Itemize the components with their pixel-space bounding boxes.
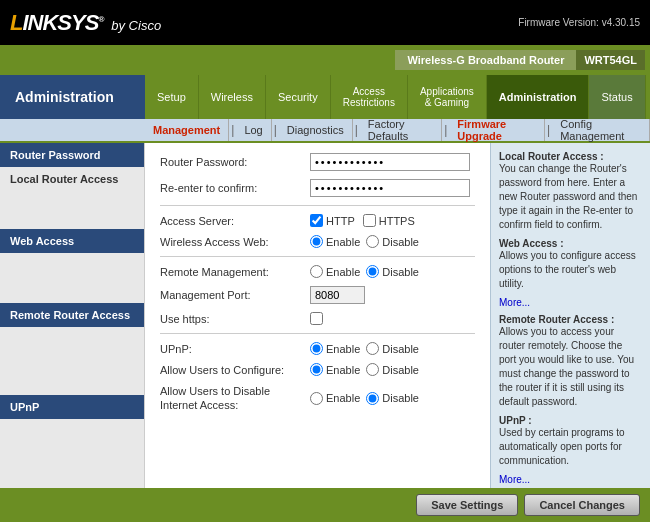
upnp-help-text: Used by certain programs to automaticall… — [499, 426, 642, 468]
nav-tab-security[interactable]: Security — [266, 75, 331, 119]
remote-enable-label[interactable]: Enable — [310, 265, 360, 278]
sidebar-section-upnp: UPnP — [0, 395, 144, 419]
help-panel: Local Router Access : You can change the… — [490, 143, 650, 488]
nav-tab-access-restrictions[interactable]: AccessRestrictions — [331, 75, 408, 119]
sub-tab-firmware-upgrade[interactable]: Firmware Upgrade — [449, 119, 545, 141]
access-server-row: Access Server: HTTP HTTPS — [160, 214, 475, 227]
reenter-password-input[interactable] — [310, 179, 470, 197]
sub-tab-management[interactable]: Management — [145, 119, 229, 141]
management-port-label: Management Port: — [160, 289, 310, 301]
main-form: Router Password: Re-enter to confirm: Ac… — [145, 143, 490, 488]
wireless-access-label: Wireless Access Web: — [160, 236, 310, 248]
divider-1 — [160, 205, 475, 206]
web-access-help-text: Allows you to configure access options t… — [499, 249, 642, 291]
configure-disable-radio[interactable] — [366, 363, 379, 376]
reenter-password-row: Re-enter to confirm: — [160, 179, 475, 197]
allow-configure-row: Allow Users to Configure: Enable Disable — [160, 363, 475, 376]
wireless-disable-radio[interactable] — [366, 235, 379, 248]
linksys-logo: LINKSYS® — [10, 10, 103, 36]
use-https-checkbox[interactable] — [310, 312, 323, 325]
router-name: Wireless-G Broadband Router — [395, 50, 576, 70]
remote-disable-radio[interactable] — [366, 265, 379, 278]
upnp-enable-label[interactable]: Enable — [310, 342, 360, 355]
remote-help-text: Allows you to access your router remotel… — [499, 325, 642, 409]
sub-nav: Management | Log | Diagnostics | Factory… — [0, 119, 650, 143]
http-checkbox-label[interactable]: HTTP — [310, 214, 355, 227]
wireless-access-row: Wireless Access Web: Enable Disable — [160, 235, 475, 248]
internet-disable-radio[interactable] — [366, 392, 379, 405]
main-nav: Administration Setup Wireless Security A… — [0, 75, 650, 119]
http-checkbox[interactable] — [310, 214, 323, 227]
page-title: Administration — [0, 75, 145, 119]
access-server-label: Access Server: — [160, 215, 310, 227]
upnp-row: UPnP: Enable Disable — [160, 342, 475, 355]
by-cisco-text: by Cisco — [111, 18, 161, 33]
router-password-row: Router Password: — [160, 153, 475, 171]
sub-tab-diagnostics[interactable]: Diagnostics — [279, 119, 353, 141]
upnp-more-link[interactable]: More... — [499, 474, 530, 485]
local-router-help-text: You can change the Router's password fro… — [499, 162, 642, 232]
sidebar-label-local-router-access: Local Router Access — [0, 167, 144, 191]
sidebar-section-router-password: Router Password — [0, 143, 144, 167]
management-port-row: Management Port: — [160, 286, 475, 304]
use-https-row: Use https: — [160, 312, 475, 325]
nav-tab-applications-gaming[interactable]: Applications& Gaming — [408, 75, 487, 119]
divider-2 — [160, 256, 475, 257]
upnp-disable-label[interactable]: Disable — [366, 342, 419, 355]
allow-disable-internet-row: Allow Users to DisableInternet Access: E… — [160, 384, 475, 413]
sidebar-section-remote-router-access: Remote Router Access — [0, 303, 144, 327]
save-settings-button[interactable]: Save Settings — [416, 494, 518, 516]
firmware-version: Firmware Version: v4.30.15 — [518, 17, 640, 28]
nav-tab-status[interactable]: Status — [589, 75, 645, 119]
use-https-label: Use https: — [160, 313, 310, 325]
wireless-disable-label[interactable]: Disable — [366, 235, 419, 248]
internet-enable-radio[interactable] — [310, 392, 323, 405]
remote-management-label: Remote Management: — [160, 266, 310, 278]
main-nav-tabs: Setup Wireless Security AccessRestrictio… — [145, 75, 650, 119]
wireless-enable-label[interactable]: Enable — [310, 235, 360, 248]
management-port-input[interactable] — [310, 286, 365, 304]
configure-enable-radio[interactable] — [310, 363, 323, 376]
sidebar-section-web-access: Web Access — [0, 229, 144, 253]
reenter-password-label: Re-enter to confirm: — [160, 182, 310, 194]
upnp-disable-radio[interactable] — [366, 342, 379, 355]
internet-enable-label[interactable]: Enable — [310, 392, 360, 405]
header: LINKSYS® by Cisco Firmware Version: v4.3… — [0, 0, 650, 45]
nav-tab-administration[interactable]: Administration — [487, 75, 590, 119]
upnp-enable-radio[interactable] — [310, 342, 323, 355]
sub-tab-log[interactable]: Log — [236, 119, 271, 141]
allow-disable-internet-label: Allow Users to DisableInternet Access: — [160, 384, 310, 413]
router-password-input[interactable] — [310, 153, 470, 171]
cancel-changes-button[interactable]: Cancel Changes — [524, 494, 640, 516]
wireless-enable-radio[interactable] — [310, 235, 323, 248]
allow-configure-label: Allow Users to Configure: — [160, 364, 310, 376]
remote-help-title: Remote Router Access : — [499, 314, 642, 325]
divider-3 — [160, 333, 475, 334]
remote-enable-radio[interactable] — [310, 265, 323, 278]
sub-tab-config-management[interactable]: Config Management — [552, 119, 650, 141]
content-area: Router Password Local Router Access Web … — [0, 143, 650, 488]
configure-enable-label[interactable]: Enable — [310, 363, 360, 376]
configure-disable-label[interactable]: Disable — [366, 363, 419, 376]
router-info: Wireless-G Broadband Router WRT54GL — [395, 50, 645, 70]
left-sidebar: Router Password Local Router Access Web … — [0, 143, 145, 488]
sub-tab-factory-defaults[interactable]: Factory Defaults — [360, 119, 442, 141]
nav-tab-setup[interactable]: Setup — [145, 75, 199, 119]
remote-management-row: Remote Management: Enable Disable — [160, 265, 475, 278]
router-password-label: Router Password: — [160, 156, 310, 168]
upnp-help-title: UPnP : — [499, 415, 642, 426]
router-model: WRT54GL — [576, 50, 645, 70]
https-checkbox-label[interactable]: HTTPS — [363, 214, 415, 227]
local-router-help-title: Local Router Access : — [499, 151, 642, 162]
remote-disable-label[interactable]: Disable — [366, 265, 419, 278]
internet-disable-label[interactable]: Disable — [366, 392, 419, 405]
top-nav: Wireless-G Broadband Router WRT54GL — [0, 45, 650, 75]
nav-tab-wireless[interactable]: Wireless — [199, 75, 266, 119]
web-access-help-title: Web Access : — [499, 238, 642, 249]
upnp-label: UPnP: — [160, 343, 310, 355]
https-checkbox[interactable] — [363, 214, 376, 227]
footer: Save Settings Cancel Changes — [0, 488, 650, 522]
web-access-more-link[interactable]: More... — [499, 297, 530, 308]
